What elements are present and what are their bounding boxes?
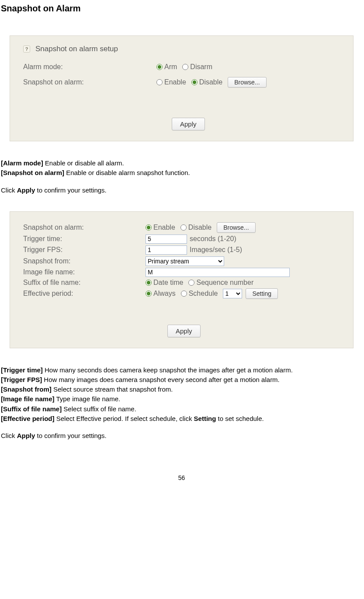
radio-enable-2-input[interactable] bbox=[146, 224, 152, 231]
desc-suffix-body: Select suffix of file name. bbox=[62, 405, 136, 413]
trigger-fps-input[interactable] bbox=[146, 245, 187, 255]
radio-disable-2-input[interactable] bbox=[180, 224, 187, 231]
radio-enable-2[interactable]: Enable bbox=[146, 224, 175, 231]
row-trigger-fps: Trigger FPS: Images/sec (1-5) bbox=[23, 245, 344, 255]
radio-enable-1[interactable]: Enable bbox=[156, 78, 186, 86]
desc-effective-body: Select Effective period. If select sched… bbox=[55, 415, 194, 422]
radio-schedule-label: Schedule bbox=[189, 290, 218, 298]
trigger-fps-after: Images/sec (1-5) bbox=[190, 246, 242, 254]
desc-suffix-lead: [Suffix of file name] bbox=[1, 405, 62, 413]
image-file-name-input[interactable] bbox=[146, 268, 290, 277]
desc-suffix: [Suffix of file name] Select suffix of f… bbox=[1, 405, 362, 413]
row-snapshot-on-alarm: Snapshot on alarm: Enable Disable Browse… bbox=[23, 77, 344, 88]
desc-trigger-fps: [Trigger FPS] How many images does camer… bbox=[1, 375, 362, 384]
confirm2-strong: Apply bbox=[17, 432, 35, 439]
radio-arm-label: Arm bbox=[164, 63, 177, 71]
label-effective-period: Effective period: bbox=[23, 290, 146, 298]
radio-disable-1-input[interactable] bbox=[191, 79, 198, 85]
panel-header-text: Snapshot on alarm setup bbox=[35, 45, 118, 53]
radio-disarm-label: Disarm bbox=[190, 63, 212, 71]
desc-effective-lead: [Effective period] bbox=[1, 415, 55, 422]
radio-disarm[interactable]: Disarm bbox=[182, 63, 212, 71]
desc-trigger-fps-body: How many images does camera snapshot eve… bbox=[42, 376, 280, 383]
label-suffix: Suffix of file name: bbox=[23, 279, 146, 287]
desc-snapshot-body: Enable or disable alarm snapshot functio… bbox=[64, 169, 190, 176]
radio-enable-2-label: Enable bbox=[153, 224, 175, 231]
desc-image-file-name-body: Type image file name. bbox=[55, 395, 121, 403]
page-title: Snapshot on Alarm bbox=[1, 4, 362, 14]
browse-button-2[interactable]: Browse... bbox=[217, 222, 255, 233]
row-snapshot-on-alarm-2: Snapshot on alarm: Enable Disable Browse… bbox=[23, 222, 344, 233]
row-suffix: Suffix of file name: Date time Sequence … bbox=[23, 279, 344, 287]
confirm-line-1: Click Apply to confirm your settings. bbox=[1, 186, 362, 194]
row-effective-period: Effective period: Always Schedule 1 Sett… bbox=[23, 288, 344, 299]
snapshot-from-select[interactable]: Primary stream bbox=[146, 256, 224, 266]
radio-disable-2-label: Disable bbox=[188, 224, 211, 231]
help-icon: ? bbox=[23, 46, 30, 53]
label-trigger-time: Trigger time: bbox=[23, 235, 146, 243]
desc-snapshot-from-lead: [Snapshot from] bbox=[1, 385, 52, 393]
desc-snapshot-on-alarm: [Snapshot on alarm] Enable or disable al… bbox=[1, 168, 362, 177]
radio-schedule-input[interactable] bbox=[181, 291, 187, 297]
radio-datetime-input[interactable] bbox=[146, 280, 152, 286]
label-snapshot-on-alarm: Snapshot on alarm: bbox=[23, 78, 156, 86]
radio-sequence-input[interactable] bbox=[188, 280, 194, 286]
radio-disable-1[interactable]: Disable bbox=[191, 78, 222, 86]
radio-enable-1-input[interactable] bbox=[156, 79, 163, 85]
desc-effective-tail: to set schedule. bbox=[216, 415, 263, 422]
desc-trigger-time-lead: [Trigger time] bbox=[1, 366, 43, 374]
radio-arm-input[interactable] bbox=[156, 64, 163, 70]
desc-snapshot-lead: [Snapshot on alarm] bbox=[1, 169, 64, 176]
radio-always[interactable]: Always bbox=[146, 290, 176, 298]
radio-arm[interactable]: Arm bbox=[156, 63, 177, 71]
label-snapshot-from: Snapshot from: bbox=[23, 257, 146, 265]
trigger-time-input[interactable] bbox=[146, 235, 187, 244]
desc-trigger-time-body: How many seconds does camera keep snapsh… bbox=[43, 366, 293, 374]
page-number: 56 bbox=[1, 474, 362, 481]
confirm1-pre: Click bbox=[1, 186, 17, 194]
desc-trigger-time: [Trigger time] How many seconds does cam… bbox=[1, 366, 362, 375]
label-trigger-fps: Trigger FPS: bbox=[23, 246, 146, 254]
desc-image-file-name: [Image file name] Type image file name. bbox=[1, 395, 362, 403]
confirm1-strong: Apply bbox=[17, 186, 35, 194]
svg-text:?: ? bbox=[25, 46, 28, 52]
label-alarm-mode: Alarm mode: bbox=[23, 63, 156, 71]
desc-snapshot-from: [Snapshot from] Select source stream tha… bbox=[1, 385, 362, 394]
setting-button[interactable]: Setting bbox=[246, 288, 278, 299]
confirm2-post: to confirm your settings. bbox=[35, 432, 106, 439]
description-block-1: [Alarm mode] Enable or disable all alarm… bbox=[1, 159, 362, 178]
radio-schedule[interactable]: Schedule bbox=[181, 290, 218, 298]
panel-header: ? Snapshot on alarm setup bbox=[23, 45, 344, 53]
label-snapshot-on-alarm-2: Snapshot on alarm: bbox=[23, 224, 146, 231]
schedule-select[interactable]: 1 bbox=[223, 289, 242, 298]
description-block-2: [Trigger time] How many seconds does cam… bbox=[1, 366, 362, 424]
row-trigger-time: Trigger time: seconds (1-20) bbox=[23, 235, 344, 244]
apply-button-2[interactable]: Apply bbox=[167, 325, 201, 337]
radio-sequence[interactable]: Sequence number bbox=[188, 279, 253, 287]
desc-snapshot-from-body: Select source stream that snapshot from. bbox=[52, 385, 173, 393]
radio-disarm-input[interactable] bbox=[182, 64, 188, 70]
radio-always-input[interactable] bbox=[146, 291, 152, 297]
panel-snapshot-detail: Snapshot on alarm: Enable Disable Browse… bbox=[10, 211, 354, 348]
radio-sequence-label: Sequence number bbox=[196, 279, 253, 287]
desc-trigger-fps-lead: [Trigger FPS] bbox=[1, 376, 42, 383]
row-image-file-name: Image file name: bbox=[23, 268, 344, 277]
browse-button-1[interactable]: Browse... bbox=[228, 77, 266, 88]
confirm2-pre: Click bbox=[1, 432, 17, 439]
radio-always-label: Always bbox=[153, 290, 176, 298]
radio-enable-1-label: Enable bbox=[164, 78, 186, 86]
confirm-line-2: Click Apply to confirm your settings. bbox=[1, 432, 362, 439]
desc-image-file-name-lead: [Image file name] bbox=[1, 395, 55, 403]
radio-disable-2[interactable]: Disable bbox=[180, 224, 211, 231]
row-snapshot-from: Snapshot from: Primary stream bbox=[23, 256, 344, 266]
desc-effective-period: [Effective period] Select Effective peri… bbox=[1, 414, 362, 423]
desc-alarm-mode-body: Enable or disable all alarm. bbox=[43, 159, 124, 167]
radio-datetime-label: Date time bbox=[153, 279, 183, 287]
desc-alarm-mode-lead: [Alarm mode] bbox=[1, 159, 43, 167]
label-image-file-name: Image file name: bbox=[23, 268, 146, 276]
row-alarm-mode: Alarm mode: Arm Disarm bbox=[23, 63, 344, 71]
radio-datetime[interactable]: Date time bbox=[146, 279, 183, 287]
apply-button-1[interactable]: Apply bbox=[172, 118, 205, 130]
trigger-time-after: seconds (1-20) bbox=[190, 235, 236, 243]
desc-alarm-mode: [Alarm mode] Enable or disable all alarm… bbox=[1, 159, 362, 168]
